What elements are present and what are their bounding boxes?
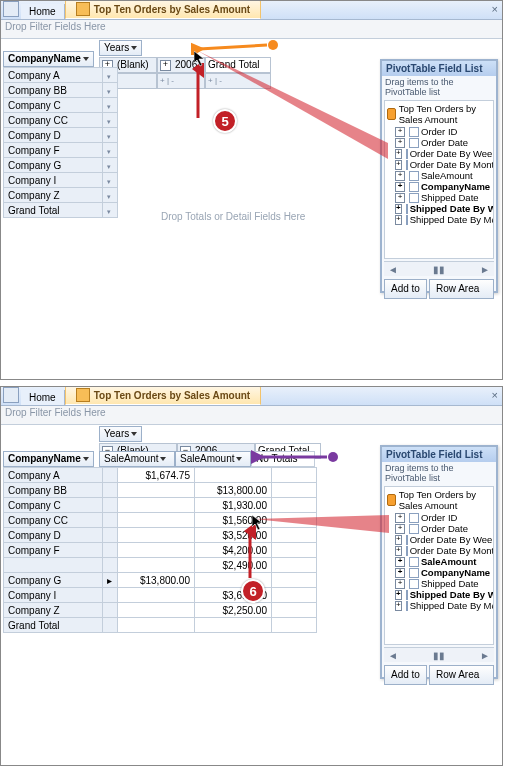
table-row[interactable]: Grand Total	[4, 203, 103, 218]
fieldlist-item[interactable]: +SaleAmount	[385, 170, 493, 181]
fieldlist-item[interactable]: +Order ID	[385, 512, 493, 523]
fieldlist-item[interactable]: +Shipped Date By Week	[385, 203, 493, 214]
table-row[interactable]: Company C	[4, 98, 103, 113]
fieldlist-tree[interactable]: Top Ten Orders by Sales Amount+Order ID+…	[384, 486, 494, 645]
close-icon[interactable]: ×	[492, 389, 498, 401]
expand-icon[interactable]: +	[160, 60, 171, 71]
fieldlist-item[interactable]: +Order Date By Month	[385, 159, 493, 170]
table-row[interactable]: Company CC	[4, 113, 103, 128]
expand-icon[interactable]: +	[395, 557, 405, 567]
table-row[interactable]: Company Z	[4, 603, 103, 618]
fieldlist-root[interactable]: Top Ten Orders by Sales Amount	[385, 488, 493, 512]
fieldlist-item[interactable]: +Shipped Date By Month	[385, 214, 493, 225]
fieldlist-item[interactable]: +Order Date By Month	[385, 545, 493, 556]
expand-icon[interactable]: +	[395, 546, 402, 556]
expand-icon[interactable]: +	[395, 193, 405, 203]
expand-icon[interactable]: +	[395, 204, 402, 214]
expand-icon[interactable]: +	[395, 182, 405, 192]
table-row[interactable]: Company A	[4, 468, 103, 483]
fieldlist-item[interactable]: +SaleAmount	[385, 556, 493, 567]
table-row[interactable]: Company D	[4, 128, 103, 143]
pivottable-field-list[interactable]: PivotTable Field List Drag items to the …	[380, 59, 498, 293]
tab-active[interactable]: Top Ten Orders by Sales Amount	[65, 386, 262, 405]
table-row[interactable]: Company C	[4, 498, 103, 513]
fieldlist-scrollbar[interactable]: ◄▮▮►	[384, 261, 494, 276]
table-row[interactable]	[4, 558, 103, 573]
table-row[interactable]: Company G	[4, 573, 103, 588]
table-row[interactable]: Company CC	[4, 513, 103, 528]
rowarea-dropdown[interactable]: Row Area	[429, 279, 494, 299]
row-dropdown[interactable]: ▾	[103, 143, 118, 158]
expand-icon[interactable]: +	[395, 127, 405, 137]
row-dropdown[interactable]: ▾	[103, 83, 118, 98]
companyname-field-button[interactable]: CompanyName	[3, 451, 94, 467]
table-row[interactable]: Company BB	[4, 483, 103, 498]
expand-icon[interactable]: +	[395, 171, 405, 181]
expand-icon[interactable]: +	[395, 149, 402, 159]
fieldlist-item[interactable]: +Shipped Date	[385, 192, 493, 203]
table-row[interactable]: Company I	[4, 173, 103, 188]
field-icon	[406, 160, 408, 170]
expand-icon[interactable]: +	[395, 535, 402, 545]
row-dropdown[interactable]: ▾	[103, 158, 118, 173]
addto-button[interactable]: Add to	[384, 665, 427, 685]
expand-icon[interactable]: +	[395, 601, 402, 611]
addto-button[interactable]: Add to	[384, 279, 427, 299]
row-dropdown[interactable]: ▾	[103, 68, 118, 83]
no-totals-cell: No Totals	[251, 451, 315, 467]
fieldlist-item[interactable]: +Order Date By Week	[385, 534, 493, 545]
expand-icon[interactable]: +	[395, 513, 405, 523]
col-2006[interactable]: +2006	[157, 57, 205, 73]
fieldlist-item[interactable]: +CompanyName	[385, 181, 493, 192]
tab-active[interactable]: Top Ten Orders by Sales Amount	[65, 0, 262, 19]
table-row[interactable]: Company I	[4, 588, 103, 603]
table-row[interactable]: Company D	[4, 528, 103, 543]
expand-icon[interactable]: +	[395, 138, 405, 148]
table-row[interactable]: Company G	[4, 158, 103, 173]
detail-drop-area[interactable]: Drop Totals or Detail Fields Here	[161, 211, 305, 222]
fieldlist-item[interactable]: +CompanyName	[385, 567, 493, 578]
fieldlist-root[interactable]: Top Ten Orders by Sales Amount	[385, 102, 493, 126]
cell-blank	[118, 588, 195, 603]
fieldlist-item[interactable]: +Order Date	[385, 523, 493, 534]
row-dropdown[interactable]: ▾	[103, 188, 118, 203]
row-dropdown[interactable]: ▾	[103, 203, 118, 218]
saleamount-field-button[interactable]: SaleAmount	[99, 451, 175, 467]
fieldlist-item[interactable]: +Order ID	[385, 126, 493, 137]
expand-icon[interactable]: +	[395, 524, 405, 534]
pivottable-field-list[interactable]: PivotTable Field List Drag items to the …	[380, 445, 498, 679]
tab-home[interactable]: Home	[21, 4, 65, 19]
fieldlist-item[interactable]: +Shipped Date By Week	[385, 589, 493, 600]
filter-drop-area[interactable]: Drop Filter Fields Here	[1, 406, 502, 425]
rowarea-dropdown[interactable]: Row Area	[429, 665, 494, 685]
row-dropdown[interactable]: ▾	[103, 173, 118, 188]
fieldlist-item[interactable]: +Order Date	[385, 137, 493, 148]
row-dropdown[interactable]: ▾	[103, 113, 118, 128]
row-dropdown[interactable]: ▾	[103, 98, 118, 113]
years-field-button[interactable]: Years	[99, 426, 142, 442]
expand-icon[interactable]: +	[395, 590, 402, 600]
tab-home[interactable]: Home	[21, 390, 65, 405]
fieldlist-scrollbar[interactable]: ◄▮▮►	[384, 647, 494, 662]
fieldlist-tree[interactable]: Top Ten Orders by Sales Amount+Order ID+…	[384, 100, 494, 259]
cell-grand	[272, 573, 317, 588]
table-row[interactable]: Company F	[4, 543, 103, 558]
expand-icon[interactable]: +	[395, 579, 405, 589]
expand-icon[interactable]: +	[395, 568, 405, 578]
fieldlist-item[interactable]: +Shipped Date By Month	[385, 600, 493, 611]
saleamount-field-button[interactable]: SaleAmount	[175, 451, 251, 467]
table-row[interactable]: Company BB	[4, 83, 103, 98]
table-row[interactable]: Company F	[4, 143, 103, 158]
table-row[interactable]: Grand Total	[4, 618, 103, 633]
fieldlist-item[interactable]: +Order Date By Week	[385, 148, 493, 159]
filter-drop-area[interactable]: Drop Filter Fields Here	[1, 20, 502, 39]
table-row[interactable]: Company Z	[4, 188, 103, 203]
companyname-field-button[interactable]: CompanyName	[3, 51, 94, 67]
expand-icon[interactable]: +	[395, 215, 402, 225]
close-icon[interactable]: ×	[492, 3, 498, 15]
fieldlist-item[interactable]: +Shipped Date	[385, 578, 493, 589]
tab-bar: Home Top Ten Orders by Sales Amount ×	[1, 387, 502, 406]
expand-icon[interactable]: +	[395, 160, 402, 170]
table-row[interactable]: Company A	[4, 68, 103, 83]
row-dropdown[interactable]: ▾	[103, 128, 118, 143]
